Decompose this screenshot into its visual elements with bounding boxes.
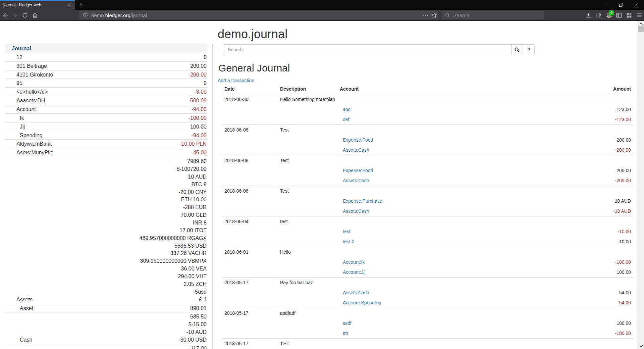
posting-account-link[interactable]: def [343,117,349,122]
window-close-button[interactable] [629,0,644,9]
add-transaction-link[interactable]: Add a transaction [218,77,254,84]
posting-account-link[interactable]: test 2 [343,239,354,244]
transaction-row[interactable]: 2018-06-08Test [222,155,634,165]
transactions-table: Date Description Account Amount 2018-06-… [222,84,634,349]
posting-account-link[interactable]: Expense:Purchase [343,198,382,204]
sidebar-account-link[interactable]: Aktywa:mBank [16,141,52,147]
posting-account-link[interactable]: Assets:Cash [343,178,369,183]
extension-badge: 0 [609,10,614,15]
journal-search-button[interactable] [511,44,523,55]
home-icon[interactable] [32,12,38,18]
posting-row: Assets:Cash-10 AUD [222,206,634,216]
sidebar-account-balance: -10.00 PLN [89,140,207,148]
bookmark-star-icon[interactable] [431,12,437,18]
browser-tab[interactable]: journal - hledger-web [0,0,75,10]
posting-row: Assets:Cash-200.00 [222,145,634,155]
addons-grid-icon[interactable] [626,12,632,18]
sidebar-account-row: -117.00 [5,344,207,349]
posting-account-link[interactable]: Account:Ik [343,259,365,265]
sidebar-account-link[interactable]: 95 [16,80,22,86]
sidebar-account-row: Cash685.50$-15.00-10 AUD-30.00 USD [5,312,207,344]
vertical-scrollbar[interactable] [638,21,644,349]
posting-row: Expense:Food200.00 [222,135,634,145]
tab-close-icon[interactable] [67,2,72,8]
url-text: demo.hledger.org/journal [91,11,147,19]
forward-icon[interactable] [12,12,18,18]
window-minimize-button[interactable] [598,0,613,9]
transaction-row[interactable]: 2018-06-06Test [222,186,634,196]
posting-account-link[interactable]: Assets:Cash [343,147,369,153]
sidebar-journal-link[interactable]: Journal [12,46,31,51]
sidebar-account-balance: 890.01 [89,304,207,312]
posting-account-link[interactable]: Expense:Food [343,137,373,143]
sidebar-account-row: Aktywa:mBank-10.00 PLN [5,140,207,148]
sidebar-account-balance: -117.00 [89,344,207,349]
sidebar-account-balance: 0 [89,79,207,88]
transaction-row[interactable]: 2018-05-17Pay foo bar baz [222,277,634,288]
posting-account-link[interactable]: abc [343,107,351,112]
posting-row: Expense:Purchase10 AUD [222,196,634,206]
sidebar-account-link[interactable]: 12 [16,54,22,60]
transaction-row[interactable]: 2018-06-30Hello Something note:blah [222,94,634,104]
sidebar-account-link[interactable]: Spending [20,133,43,138]
sidebar-account-link[interactable]: 4101 Girokonto [16,72,53,78]
journal-search-input[interactable] [223,44,512,55]
sidebar-account-link[interactable]: Aaasets:DH [16,98,45,103]
page-actions-icon[interactable] [423,13,428,17]
url-path: /journal [130,12,147,18]
downloads-icon[interactable] [585,12,592,18]
sidebar-account-link[interactable]: Ik [20,115,24,121]
reload-icon[interactable] [22,12,28,18]
sidebars-icon[interactable] [616,12,622,18]
journal-search-form: ? [223,44,535,55]
sidebar-account-balance: 685.50$-15.00-10 AUD-30.00 USD [89,312,207,344]
sidebar-account-link[interactable]: Cash [20,337,32,343]
posting-amount: 10 AUD [525,196,634,206]
posting-account-link[interactable]: tttt [343,331,348,336]
sidebar-account-link[interactable]: Jij [20,124,25,130]
column-divider [212,44,213,349]
sidebar-account-link[interactable]: <u>hello</u> [16,89,48,95]
transaction-date: 2018-06-01 [222,247,277,257]
section-title: General Journal [218,62,290,74]
posting-amount: -10 AUD [525,206,634,216]
sidebar-header-row: Journal [5,44,207,53]
url-domain: hledger.org [105,12,130,18]
sidebar-account-link[interactable]: Asset [20,305,33,311]
posting-row: test 210.00 [222,237,634,247]
posting-account-link[interactable]: test [343,229,351,234]
new-tab-icon[interactable] [78,2,84,8]
hamburger-menu-icon[interactable] [636,12,642,18]
transaction-date: 2018-06-04 [222,216,277,227]
transaction-row[interactable]: 2018-06-04test [222,216,634,227]
posting-account-link[interactable]: Account:Spending [343,300,381,305]
transaction-row[interactable]: 2018-05-17Test [222,338,634,349]
site-info-icon[interactable] [83,13,88,17]
column-header-description: Description [277,84,337,94]
transaction-row[interactable]: 2018-05-17asdfadf [222,308,634,318]
sidebar-account-link[interactable]: Account [16,106,36,112]
sidebar-account-row: Asets:MunyPile-45.00 [5,148,207,157]
back-icon[interactable] [2,12,8,18]
posting-account-link[interactable]: Assets:Cash [343,208,369,214]
window-restore-button[interactable] [613,0,629,9]
scrollbar-down-icon[interactable] [638,343,644,349]
sidebar-account-balance: 7989.60$-100720.00-10 AUDBTC 9-20.00 CNY… [89,157,207,304]
sidebar-account-link[interactable]: 301 Beiträge [16,63,47,69]
posting-account-link[interactable]: ssdf [343,320,352,326]
url-subdomain: demo. [91,12,105,18]
posting-amount: 200.00 [525,165,634,176]
transaction-date: 2018-05-17 [222,277,277,288]
library-icon[interactable] [596,12,602,18]
posting-row: Expense:Food200.00 [222,165,634,176]
posting-account-link[interactable]: Expense:Food [343,168,373,173]
search-help-button[interactable]: ? [523,44,535,55]
transaction-row[interactable]: 2018-06-01Hello [222,247,634,257]
sidebar-account-link[interactable]: Assets [16,297,33,302]
posting-amount: -200.00 [525,145,634,155]
scrollbar-thumb[interactable] [638,26,644,32]
sidebar-account-link[interactable]: Asets:MunyPile [16,150,53,155]
posting-account-link[interactable]: Assets:Cash [343,290,369,295]
transaction-row[interactable]: 2018-06-08Test [222,124,634,135]
posting-account-link[interactable]: Account:Jij [343,269,366,275]
